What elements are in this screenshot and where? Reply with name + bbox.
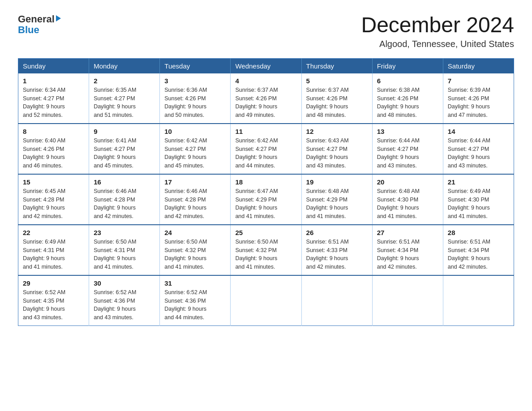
calendar-day-cell bbox=[231, 275, 301, 326]
day-number: 31 bbox=[164, 279, 226, 287]
day-number: 16 bbox=[94, 178, 155, 186]
calendar-day-cell: 5 Sunrise: 6:37 AMSunset: 4:26 PMDayligh… bbox=[301, 73, 372, 124]
calendar-day-cell: 30 Sunrise: 6:52 AMSunset: 4:36 PMDaylig… bbox=[89, 275, 160, 326]
calendar-week-row: 1 Sunrise: 6:34 AMSunset: 4:27 PMDayligh… bbox=[18, 73, 514, 124]
calendar-table: SundayMondayTuesdayWednesdayThursdayFrid… bbox=[18, 58, 514, 326]
day-info: Sunrise: 6:37 AMSunset: 4:26 PMDaylight:… bbox=[235, 87, 278, 118]
day-info: Sunrise: 6:46 AMSunset: 4:28 PMDaylight:… bbox=[164, 188, 207, 219]
day-number: 10 bbox=[164, 128, 226, 135]
calendar-day-cell bbox=[301, 275, 372, 326]
calendar-day-cell: 29 Sunrise: 6:52 AMSunset: 4:35 PMDaylig… bbox=[18, 275, 89, 326]
calendar-day-cell bbox=[443, 275, 514, 326]
day-info: Sunrise: 6:46 AMSunset: 4:28 PMDaylight:… bbox=[94, 188, 136, 219]
day-info: Sunrise: 6:51 AMSunset: 4:33 PMDaylight:… bbox=[306, 239, 349, 270]
day-number: 17 bbox=[164, 178, 226, 186]
day-number: 5 bbox=[306, 77, 368, 85]
day-number: 27 bbox=[377, 229, 438, 236]
calendar-day-cell: 22 Sunrise: 6:49 AMSunset: 4:31 PMDaylig… bbox=[18, 225, 89, 275]
day-info: Sunrise: 6:45 AMSunset: 4:28 PMDaylight:… bbox=[23, 188, 65, 219]
day-number: 3 bbox=[164, 77, 226, 85]
month-title: December 2024 bbox=[361, 13, 514, 37]
day-number: 11 bbox=[235, 128, 296, 135]
day-info: Sunrise: 6:39 AMSunset: 4:26 PMDaylight:… bbox=[448, 87, 490, 118]
day-info: Sunrise: 6:34 AMSunset: 4:27 PMDaylight:… bbox=[23, 87, 65, 118]
day-number: 8 bbox=[23, 128, 84, 135]
calendar-day-cell: 19 Sunrise: 6:48 AMSunset: 4:29 PMDaylig… bbox=[301, 174, 372, 225]
day-number: 25 bbox=[235, 229, 296, 236]
day-number: 4 bbox=[235, 77, 296, 85]
calendar-week-row: 15 Sunrise: 6:45 AMSunset: 4:28 PMDaylig… bbox=[18, 174, 514, 225]
day-info: Sunrise: 6:35 AMSunset: 4:27 PMDaylight:… bbox=[94, 87, 136, 118]
calendar-day-cell bbox=[372, 275, 443, 326]
day-info: Sunrise: 6:44 AMSunset: 4:27 PMDaylight:… bbox=[448, 137, 490, 169]
calendar-week-row: 22 Sunrise: 6:49 AMSunset: 4:31 PMDaylig… bbox=[18, 225, 514, 275]
calendar-day-cell: 16 Sunrise: 6:46 AMSunset: 4:28 PMDaylig… bbox=[89, 174, 160, 225]
page-header: General Blue December 2024 Algood, Tenne… bbox=[18, 13, 514, 49]
day-info: Sunrise: 6:52 AMSunset: 4:35 PMDaylight:… bbox=[23, 289, 65, 321]
calendar-day-cell: 23 Sunrise: 6:50 AMSunset: 4:31 PMDaylig… bbox=[89, 225, 160, 275]
day-info: Sunrise: 6:52 AMSunset: 4:36 PMDaylight:… bbox=[94, 289, 136, 321]
calendar-day-cell: 25 Sunrise: 6:50 AMSunset: 4:32 PMDaylig… bbox=[231, 225, 301, 275]
day-info: Sunrise: 6:51 AMSunset: 4:34 PMDaylight:… bbox=[377, 239, 420, 270]
day-number: 24 bbox=[164, 229, 226, 236]
day-number: 12 bbox=[306, 128, 368, 135]
calendar-day-cell: 17 Sunrise: 6:46 AMSunset: 4:28 PMDaylig… bbox=[160, 174, 231, 225]
day-number: 28 bbox=[448, 229, 509, 236]
day-info: Sunrise: 6:37 AMSunset: 4:26 PMDaylight:… bbox=[306, 87, 349, 118]
day-info: Sunrise: 6:49 AMSunset: 4:31 PMDaylight:… bbox=[23, 239, 65, 270]
logo: General Blue bbox=[18, 13, 61, 35]
day-number: 26 bbox=[306, 229, 368, 236]
day-info: Sunrise: 6:42 AMSunset: 4:27 PMDaylight:… bbox=[164, 137, 207, 169]
day-number: 21 bbox=[448, 178, 509, 186]
day-info: Sunrise: 6:44 AMSunset: 4:27 PMDaylight:… bbox=[377, 137, 420, 169]
calendar-day-cell: 13 Sunrise: 6:44 AMSunset: 4:27 PMDaylig… bbox=[372, 124, 443, 174]
day-info: Sunrise: 6:51 AMSunset: 4:34 PMDaylight:… bbox=[448, 239, 490, 270]
calendar-day-cell: 31 Sunrise: 6:52 AMSunset: 4:36 PMDaylig… bbox=[160, 275, 231, 326]
day-number: 1 bbox=[23, 77, 84, 85]
calendar-day-cell: 1 Sunrise: 6:34 AMSunset: 4:27 PMDayligh… bbox=[18, 73, 89, 124]
calendar-day-cell: 14 Sunrise: 6:44 AMSunset: 4:27 PMDaylig… bbox=[443, 124, 514, 174]
calendar-day-cell: 24 Sunrise: 6:50 AMSunset: 4:32 PMDaylig… bbox=[160, 225, 231, 275]
day-info: Sunrise: 6:43 AMSunset: 4:27 PMDaylight:… bbox=[306, 137, 349, 169]
day-info: Sunrise: 6:50 AMSunset: 4:32 PMDaylight:… bbox=[235, 239, 278, 270]
day-number: 23 bbox=[94, 229, 155, 236]
calendar-day-cell: 3 Sunrise: 6:36 AMSunset: 4:26 PMDayligh… bbox=[160, 73, 231, 124]
calendar-day-header: Friday bbox=[372, 58, 443, 73]
calendar-day-cell: 12 Sunrise: 6:43 AMSunset: 4:27 PMDaylig… bbox=[301, 124, 372, 174]
calendar-day-cell: 9 Sunrise: 6:41 AMSunset: 4:27 PMDayligh… bbox=[89, 124, 160, 174]
day-info: Sunrise: 6:42 AMSunset: 4:27 PMDaylight:… bbox=[235, 137, 278, 169]
calendar-day-cell: 4 Sunrise: 6:37 AMSunset: 4:26 PMDayligh… bbox=[231, 73, 301, 124]
day-number: 18 bbox=[235, 178, 296, 186]
calendar-week-row: 29 Sunrise: 6:52 AMSunset: 4:35 PMDaylig… bbox=[18, 275, 514, 326]
day-number: 9 bbox=[94, 128, 155, 135]
calendar-day-header: Sunday bbox=[18, 58, 89, 73]
calendar-day-cell: 2 Sunrise: 6:35 AMSunset: 4:27 PMDayligh… bbox=[89, 73, 160, 124]
calendar-day-cell: 10 Sunrise: 6:42 AMSunset: 4:27 PMDaylig… bbox=[160, 124, 231, 174]
day-info: Sunrise: 6:49 AMSunset: 4:30 PMDaylight:… bbox=[448, 188, 490, 219]
title-block: December 2024 Algood, Tennessee, United … bbox=[361, 13, 514, 49]
day-number: 20 bbox=[377, 178, 438, 186]
day-info: Sunrise: 6:48 AMSunset: 4:29 PMDaylight:… bbox=[306, 188, 349, 219]
day-info: Sunrise: 6:50 AMSunset: 4:31 PMDaylight:… bbox=[94, 239, 136, 270]
calendar-day-cell: 11 Sunrise: 6:42 AMSunset: 4:27 PMDaylig… bbox=[231, 124, 301, 174]
day-info: Sunrise: 6:52 AMSunset: 4:36 PMDaylight:… bbox=[164, 289, 207, 321]
calendar-day-header: Saturday bbox=[443, 58, 514, 73]
day-info: Sunrise: 6:41 AMSunset: 4:27 PMDaylight:… bbox=[94, 137, 136, 169]
day-info: Sunrise: 6:40 AMSunset: 4:26 PMDaylight:… bbox=[23, 137, 65, 169]
day-number: 2 bbox=[94, 77, 155, 85]
calendar-day-header: Tuesday bbox=[160, 58, 231, 73]
day-info: Sunrise: 6:38 AMSunset: 4:26 PMDaylight:… bbox=[377, 87, 420, 118]
day-number: 29 bbox=[23, 279, 84, 287]
calendar-day-header: Monday bbox=[89, 58, 160, 73]
day-number: 22 bbox=[23, 229, 84, 236]
calendar-day-cell: 6 Sunrise: 6:38 AMSunset: 4:26 PMDayligh… bbox=[372, 73, 443, 124]
calendar-day-header: Wednesday bbox=[231, 58, 301, 73]
calendar-day-cell: 7 Sunrise: 6:39 AMSunset: 4:26 PMDayligh… bbox=[443, 73, 514, 124]
calendar-day-cell: 8 Sunrise: 6:40 AMSunset: 4:26 PMDayligh… bbox=[18, 124, 89, 174]
day-number: 19 bbox=[306, 178, 368, 186]
logo-blue: Blue bbox=[18, 24, 39, 35]
day-info: Sunrise: 6:48 AMSunset: 4:30 PMDaylight:… bbox=[377, 188, 420, 219]
day-info: Sunrise: 6:47 AMSunset: 4:29 PMDaylight:… bbox=[235, 188, 278, 219]
logo-general: General bbox=[18, 13, 55, 25]
day-number: 14 bbox=[448, 128, 509, 135]
